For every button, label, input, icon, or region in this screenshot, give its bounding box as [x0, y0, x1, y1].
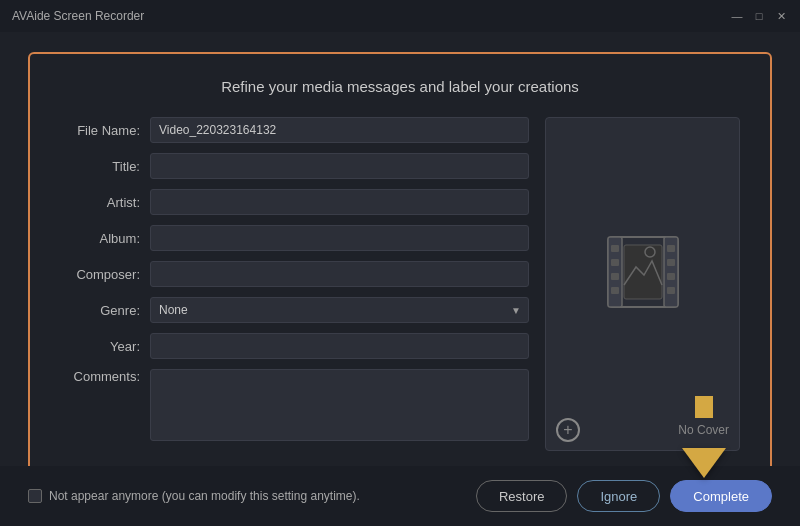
genre-select-wrapper: None Pop Rock Jazz Classical ▼: [150, 297, 529, 323]
composer-row: Composer:: [60, 261, 529, 287]
arrow-shaft: [695, 396, 713, 418]
album-row: Album:: [60, 225, 529, 251]
restore-button[interactable]: Restore: [476, 480, 568, 512]
svg-rect-8: [667, 259, 675, 266]
title-bar: AVAide Screen Recorder — □ ✕: [0, 0, 800, 32]
year-label: Year:: [60, 339, 150, 354]
ignore-button[interactable]: Ignore: [577, 480, 660, 512]
not-appear-checkbox[interactable]: [28, 489, 42, 503]
comments-label: Comments:: [60, 369, 150, 384]
metadata-card: Refine your media messages and label you…: [28, 52, 772, 481]
svg-rect-7: [667, 245, 675, 252]
genre-select[interactable]: None Pop Rock Jazz Classical: [150, 297, 529, 323]
filename-input[interactable]: [150, 117, 529, 143]
svg-rect-9: [667, 273, 675, 280]
svg-rect-10: [667, 287, 675, 294]
window-controls: — □ ✕: [730, 9, 788, 23]
complete-button[interactable]: Complete: [670, 480, 772, 512]
arrow-down-icon: [682, 448, 726, 478]
title-label: Title:: [60, 159, 150, 174]
artist-label: Artist:: [60, 195, 150, 210]
bottom-right: Restore Ignore Complete: [476, 480, 772, 512]
cover-art-icon: [588, 134, 698, 410]
svg-rect-6: [611, 287, 619, 294]
card-title: Refine your media messages and label you…: [60, 78, 740, 95]
year-input[interactable]: [150, 333, 529, 359]
filename-label: File Name:: [60, 123, 150, 138]
album-input[interactable]: [150, 225, 529, 251]
maximize-button[interactable]: □: [752, 9, 766, 23]
filmstrip-icon: [588, 217, 698, 327]
title-row: Title:: [60, 153, 529, 179]
svg-rect-4: [611, 259, 619, 266]
comments-textarea[interactable]: [150, 369, 529, 441]
artist-input[interactable]: [150, 189, 529, 215]
artist-row: Artist:: [60, 189, 529, 215]
app-title: AVAide Screen Recorder: [12, 9, 144, 23]
svg-rect-3: [611, 245, 619, 252]
composer-label: Composer:: [60, 267, 150, 282]
album-label: Album:: [60, 231, 150, 246]
add-cover-button[interactable]: +: [556, 418, 580, 442]
form-fields: File Name: Title: Artist: Album:: [60, 117, 529, 451]
main-content: Refine your media messages and label you…: [0, 32, 800, 501]
filename-row: File Name:: [60, 117, 529, 143]
bottom-bar: Not appear anymore (you can modify this …: [0, 466, 800, 526]
minimize-button[interactable]: —: [730, 9, 744, 23]
not-appear-checkbox-wrapper[interactable]: Not appear anymore (you can modify this …: [28, 489, 360, 503]
arrow-indicator: [682, 428, 726, 478]
composer-input[interactable]: [150, 261, 529, 287]
genre-row: Genre: None Pop Rock Jazz Classical ▼: [60, 297, 529, 323]
bottom-left: Not appear anymore (you can modify this …: [28, 489, 360, 503]
comments-row: Comments:: [60, 369, 529, 441]
close-button[interactable]: ✕: [774, 9, 788, 23]
svg-rect-5: [611, 273, 619, 280]
not-appear-label: Not appear anymore (you can modify this …: [49, 489, 360, 503]
form-area: File Name: Title: Artist: Album:: [60, 117, 740, 451]
year-row: Year:: [60, 333, 529, 359]
title-input[interactable]: [150, 153, 529, 179]
genre-label: Genre:: [60, 303, 150, 318]
